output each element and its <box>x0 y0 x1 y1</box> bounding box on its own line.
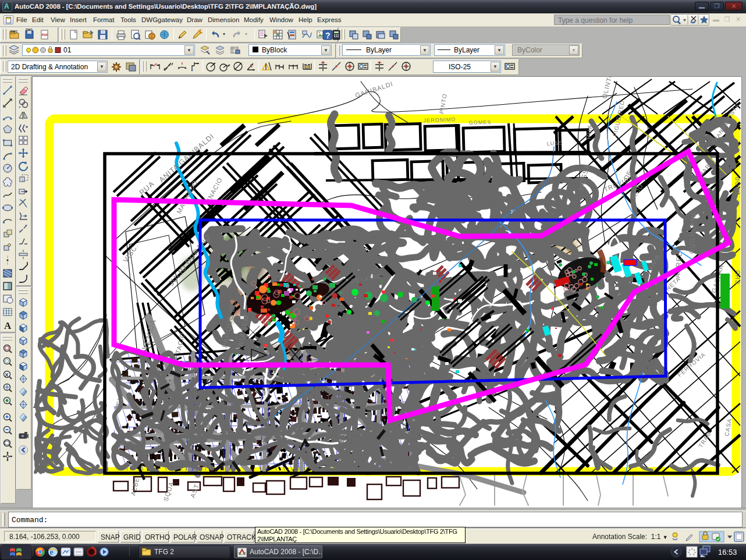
svg-text:DWG: DWG <box>10 30 17 33</box>
svg-text:A: A <box>4 320 12 331</box>
svg-text:JERONIMO: JERONIMO <box>424 116 456 123</box>
svg-text:LUSS: LUSS <box>546 140 563 147</box>
svg-text:GOMES: GOMES <box>469 119 492 126</box>
svg-text:PDF: PDF <box>42 33 49 37</box>
svg-text:16:53: 16:53 <box>718 548 737 557</box>
svg-text:CHU: CHU <box>735 270 741 284</box>
svg-text:X: X <box>5 372 9 378</box>
svg-text:DWG: DWG <box>26 29 33 31</box>
svg-text:?: ? <box>325 31 331 40</box>
svg-text:SHOP: SHOP <box>735 176 741 195</box>
